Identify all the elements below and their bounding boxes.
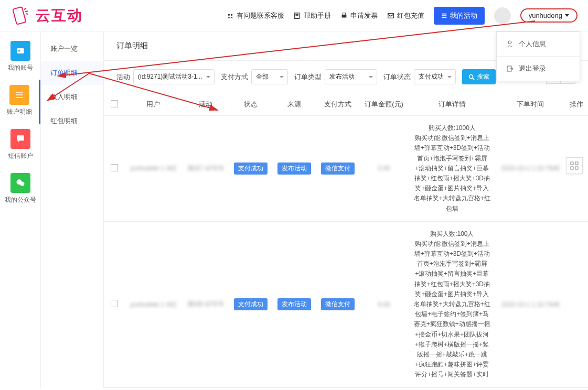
search-button[interactable]: 搜索 [462,69,496,84]
paymethod-filter-label: 支付方式 [221,72,248,82]
orderstatus-filter-label: 订单状态 [383,72,411,82]
svg-rect-4 [343,13,345,15]
detail-icon [9,85,29,105]
svg-point-9 [18,50,19,51]
qr-float-button[interactable] [566,157,583,174]
sidebar-item-account[interactable]: 我的账号 [0,36,40,80]
status-badge: 支付成功 [234,298,268,310]
svg-rect-5 [388,13,393,18]
logout-menu-item[interactable]: 退出登录 [497,57,580,81]
svg-point-12 [469,74,473,78]
logo[interactable]: 云互动 [10,5,83,26]
logout-icon [506,65,514,72]
submenu-income-detail[interactable]: 收入明细 [41,85,103,109]
svg-rect-8 [17,48,24,53]
ordertype-filter-select[interactable]: 发布活动 [325,69,377,84]
amount-cell: 6.00 [378,301,390,308]
avatar[interactable] [494,7,511,24]
caret-icon [565,14,569,17]
user-cell: yuxhudete 1 402 [130,301,177,308]
contact-link[interactable]: 有问题联系客服 [227,11,284,20]
my-activities-button[interactable]: 我的活动 [434,7,485,25]
table-header-row: 用户 活动 状态 来源 支付方式 订单金额(元) 订单详情 下单时间 操作 [104,93,588,116]
search-icon [468,74,475,80]
contact-icon [227,12,234,19]
activity-cell: 测试6 id7678 [187,300,224,308]
logo-icon [10,5,31,26]
svg-point-2 [231,14,233,16]
amount-cell: 0.00 [378,165,390,172]
profile-menu-item[interactable]: 个人信息 [497,32,580,56]
ordertype-filter-label: 订单类型 [294,72,322,82]
activity-cell: 测试7 id7678 [187,165,224,172]
paymethod-badge: 微信支付 [321,298,355,310]
user-icon [506,40,514,48]
svg-rect-13 [571,162,573,165]
sidebar-item-account-detail[interactable]: 账户明细 [0,80,40,124]
action-cell [565,221,588,387]
svg-point-11 [20,182,24,186]
activity-filter-label: 活动 [116,72,130,82]
svg-rect-16 [575,167,578,169]
submenu-order-detail[interactable]: 订单明细 [41,61,103,85]
recharge-link[interactable]: 红包充值 [387,11,424,20]
help-link[interactable]: 帮助手册 [294,11,331,20]
brand-text: 云互动 [36,6,83,26]
status-badge: 支付成功 [234,162,268,175]
details-cell: 购买人数:100人购买功能:微信签到+消息上墙+弹幕互动+3D签到+活动首页+泡… [409,221,496,387]
invoice-link[interactable]: 申请发票 [340,11,378,20]
svg-rect-15 [571,167,573,169]
paymethod-badge: 微信支付 [321,162,355,175]
username: yunhudong [529,12,562,19]
envelope-icon [387,12,394,19]
activity-filter-select[interactable]: (id:9271)测试活动3-1... [133,69,215,84]
header-nav: 有问题联系客服 帮助手册 申请发票 红包充值 我的活动 yunhudong [227,7,578,25]
submenu-redpacket-detail[interactable]: 红包明细 [41,109,103,133]
user-dropdown[interactable]: yunhudong [520,8,578,23]
sms-icon [10,129,30,149]
row-checkbox[interactable] [111,164,118,171]
source-badge: 发布活动 [277,298,311,310]
paymethod-filter-select[interactable]: 全部 [251,69,288,84]
select-all-checkbox[interactable] [111,100,118,107]
orderstatus-filter-select[interactable]: 支付成功 [414,69,456,84]
main-content: 订单明细 活动 (id:9271)测试活动3-1... 支付方式 全部 订单类型… [104,31,588,388]
sidebar: 我的账号 账户明细 短信账户 我的公众号 [0,31,41,388]
svg-rect-3 [341,15,346,17]
svg-rect-14 [575,162,578,165]
time-cell: 2020-10-1 1:10:7646 [501,301,559,308]
print-icon [340,12,348,19]
orders-table: 用户 活动 状态 来源 支付方式 订单金额(元) 订单详情 下单时间 操作 yu… [104,93,588,388]
table-row: yuxhudete 1 402 测试7 id7678 支付成功 发布活动 微信支… [104,116,588,222]
submenu: 账户一览 订单明细 收入明细 红包明细 [41,31,104,388]
sidebar-item-wechat[interactable]: 我的公众号 [0,168,40,212]
submenu-overview[interactable]: 账户一览 [41,37,103,61]
source-badge: 发布活动 [277,162,311,175]
row-checkbox[interactable] [111,300,118,307]
list-icon [441,13,447,19]
user-cell: yuxhudete 1 402 [130,165,177,172]
book-icon [294,12,301,19]
svg-point-6 [508,41,511,44]
account-icon [10,41,30,61]
header: 云互动 有问题联系客服 帮助手册 申请发票 红包充值 我的活动 yunhudon… [0,0,588,31]
wechat-icon [10,173,30,193]
time-cell: 2020-10-2 1:10:7646 [501,165,559,172]
svg-rect-0 [13,6,26,24]
table-row: yuxhudete 1 402 测试6 id7678 支付成功 发布活动 微信支… [104,221,588,387]
details-cell: 购买人数:1000人购买功能:微信签到+消息上墙+弹幕互动+3D签到+活动首页+… [409,116,496,222]
user-dropdown-menu: 个人信息 退出登录 [496,31,580,81]
qr-icon [570,161,579,170]
svg-point-1 [228,14,230,16]
sidebar-item-sms[interactable]: 短信账户 [0,124,40,168]
